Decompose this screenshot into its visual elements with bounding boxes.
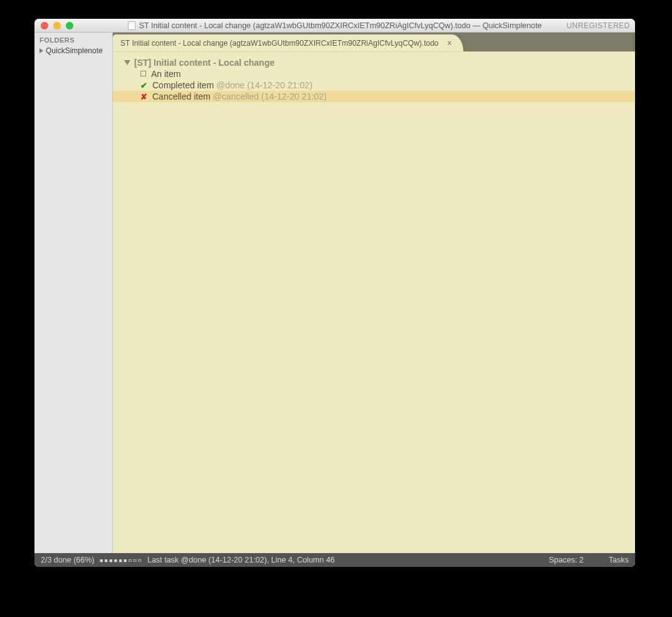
window-minimize-button[interactable] (53, 22, 61, 29)
tab-close-icon[interactable]: × (448, 39, 452, 48)
chevron-right-icon (39, 48, 43, 53)
status-last-task: Last task @done (14-12-20 21:02), Line 4… (147, 556, 335, 564)
window-title: ST Initial content - Local change (agtza… (34, 21, 635, 30)
tab-strip: ST Initial content - Local change (agtza… (113, 33, 635, 51)
status-done-count: 2/3 done (66%) (41, 556, 94, 564)
cross-icon[interactable]: ✘ (140, 92, 147, 101)
file-tab[interactable]: ST Initial content - Local change (agtza… (113, 34, 463, 51)
sidebar-item-quicksimplenote[interactable]: QuickSimplenote (39, 46, 108, 55)
todo-text: Completed item (152, 80, 214, 90)
fold-toggle-icon[interactable] (124, 60, 130, 65)
window-controls (34, 22, 73, 29)
project-title: [ST] Initial content - Local change (134, 58, 275, 68)
statusbar: 2/3 done (66%) ▪▪▪▪▪▪▫▫▫ Last task @done… (34, 553, 635, 567)
todo-annotation: @done (14-12-20 21:02) (216, 80, 313, 90)
editor-area: ST Initial content - Local change (agtza… (113, 33, 635, 553)
todo-annotation: @cancelled (14-12-20 21:02) (213, 91, 327, 101)
app-window: ST Initial content - Local change (agtza… (34, 19, 635, 567)
window-close-button[interactable] (41, 22, 48, 29)
todo-line[interactable]: An item (113, 68, 635, 80)
file-tab-label: ST Initial content - Local change (agtza… (120, 39, 439, 48)
todo-line[interactable]: ✔ Completed item @done (14-12-20 21:02) (113, 80, 635, 91)
checkbox-empty-icon[interactable] (140, 71, 146, 76)
project-heading-line[interactable]: [ST] Initial content - Local change (113, 57, 635, 68)
titlebar: ST Initial content - Local change (agtza… (34, 19, 635, 33)
unregistered-label: UNREGISTERED (567, 21, 630, 30)
folders-heading: FOLDERS (39, 36, 108, 44)
todo-text: Cancelled item (152, 91, 211, 101)
sidebar-item-label: QuickSimplenote (46, 46, 103, 55)
file-icon (128, 21, 135, 30)
checkmark-icon[interactable]: ✔ (140, 81, 147, 90)
status-indentation[interactable]: Spaces: 2 (549, 556, 584, 564)
window-title-text: ST Initial content - Local change (agtza… (139, 21, 542, 30)
todo-line[interactable]: ✘ Cancelled item @cancelled (14-12-20 21… (113, 91, 635, 102)
sidebar: FOLDERS QuickSimplenote (34, 33, 113, 553)
window-zoom-button[interactable] (66, 22, 73, 29)
editor[interactable]: [ST] Initial content - Local change An i… (113, 51, 635, 553)
status-progress-bar: ▪▪▪▪▪▪▫▫▫ (99, 556, 142, 564)
status-syntax[interactable]: Tasks (609, 556, 629, 564)
todo-text: An item (151, 69, 181, 79)
